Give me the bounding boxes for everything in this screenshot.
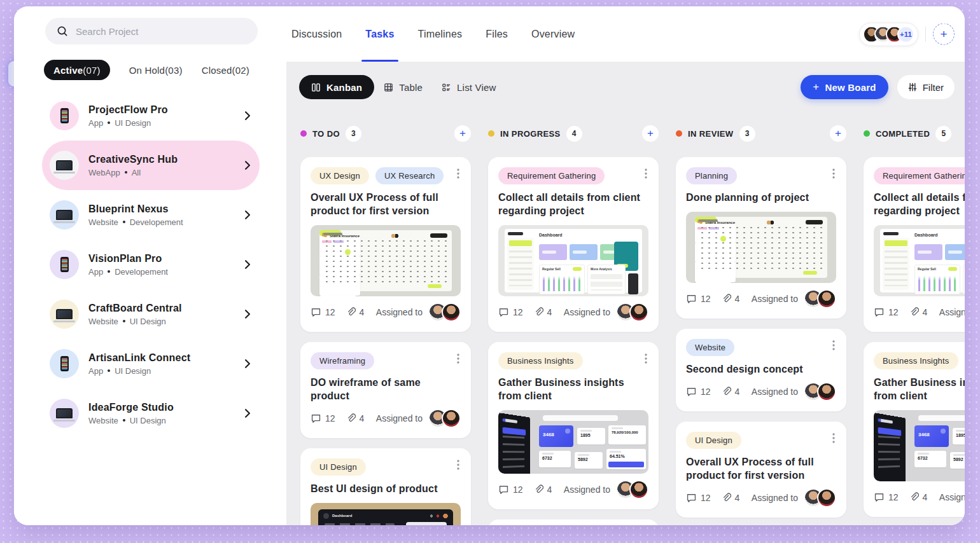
card-menu-button[interactable] [453, 167, 461, 179]
add-card-button[interactable]: + [830, 125, 846, 142]
comment-icon [874, 492, 885, 503]
card-attachment-image[interactable]: Dashboard Summary Top 5 products by spen… [311, 503, 461, 525]
new-board-button[interactable]: + New Board [801, 75, 888, 99]
comments-count[interactable]: 12 [498, 485, 523, 495]
card-attachment-image[interactable]: 3468 1895 78,920/100,000 6732 5892 64.51… [874, 410, 965, 481]
assignees[interactable]: Assigned to [752, 488, 836, 507]
view-kanban[interactable]: Kanban [299, 75, 374, 99]
assignees[interactable]: Assigned to [564, 480, 648, 499]
tab-closed-projects[interactable]: Closed(02) [202, 65, 249, 76]
card-menu-button[interactable] [829, 432, 836, 443]
phone-icon [50, 101, 79, 130]
column-todo: TO DO 3 + UX Design UX Research Overall … [300, 125, 471, 525]
task-card[interactable]: Requirement Gathering Collect all detail… [864, 157, 965, 332]
card-attachment-image[interactable]: 3468 1895 78,920/100,000 6732 5892 64.51… [498, 410, 648, 474]
attachments-count[interactable]: 4 [721, 294, 740, 304]
card-menu-button[interactable] [829, 339, 836, 350]
tab-tasks[interactable]: Tasks [365, 6, 394, 62]
avatar [442, 409, 461, 428]
project-status-tabs: Active(07) On Hold(03) Closed(02) [44, 60, 249, 80]
card-menu-button[interactable] [641, 167, 648, 179]
card-attachment-image[interactable]: Statra Insurance [686, 212, 836, 283]
attachments-count[interactable]: 4 [533, 485, 552, 495]
comments-count[interactable]: 12 [686, 294, 711, 305]
assignees[interactable]: Assigned to [376, 303, 461, 322]
filter-button[interactable]: Filter [897, 75, 955, 99]
card-menu-button[interactable] [829, 167, 836, 179]
tab-discussion[interactable]: Discussion [291, 6, 342, 62]
comments-count[interactable]: 12 [874, 492, 899, 503]
attachments-count[interactable]: 4 [721, 493, 740, 503]
task-card[interactable]: Business Insights Gather Business insigh… [488, 342, 659, 509]
view-list[interactable]: List View [432, 75, 506, 99]
attachments-count[interactable]: 4 [721, 387, 740, 397]
card-attachment-image[interactable]: Dashboard Regular Sell More Analysis [874, 225, 965, 296]
paperclip-icon [346, 307, 356, 317]
chevron-right-icon [244, 359, 251, 368]
search-input[interactable] [76, 26, 246, 37]
assignees[interactable]: Assigned to [564, 303, 648, 322]
tab-active-projects[interactable]: Active(07) [44, 60, 110, 80]
attachments-count[interactable]: 4 [533, 307, 552, 317]
project-item-craftboard-central[interactable]: CraftBoard Central WebsiteUI Design [42, 289, 260, 339]
card-menu-button[interactable] [453, 458, 461, 470]
members-overflow-badge[interactable]: +11 [897, 25, 914, 43]
assignees[interactable]: Assigned to [752, 382, 836, 401]
project-item-artisanlink-connect[interactable]: ArtisanLink Connect AppUI Design [42, 339, 260, 388]
assignees[interactable]: Assigned to [939, 488, 965, 507]
task-card[interactable]: Requirement Gathering Collect all detail… [488, 157, 659, 332]
column-cards: UX Design UX Research Overall UX Process… [300, 157, 471, 525]
column-header: IN REVIEW 3 + [676, 125, 846, 142]
tag-badge: Planning [686, 167, 737, 184]
laptop-icon [50, 399, 79, 428]
card-attachment-image[interactable]: Statra Insurance [311, 225, 461, 296]
tag-badge: Website [686, 339, 734, 356]
attachments-count[interactable]: 4 [909, 307, 928, 317]
plus-icon: + [459, 127, 466, 140]
comments-count[interactable]: 12 [498, 307, 523, 318]
project-item-projectflow-pro[interactable]: ProjectFlow Pro AppUI Design [42, 91, 260, 141]
add-member-button[interactable]: + [933, 24, 955, 45]
add-card-button[interactable]: + [642, 125, 659, 142]
project-item-blueprint-nexus[interactable]: Blueprint Nexus WebsiteDevelopement [42, 190, 260, 240]
comments-count[interactable]: 12 [686, 493, 711, 504]
status-dot [676, 130, 682, 137]
comments-count[interactable]: 12 [874, 307, 899, 318]
topbar: Discussion Tasks Timelines Files Overvie… [286, 6, 965, 62]
task-card[interactable]: UI Design Best UI design of product Dash… [300, 448, 471, 525]
task-card[interactable]: UI Design Overall UX Process of full pro… [676, 422, 846, 518]
card-title: Overall UX Process of full product for f… [311, 191, 461, 217]
task-card[interactable]: Planning Done planning of project Statra… [676, 157, 846, 319]
attachments-count[interactable]: 4 [909, 492, 928, 502]
project-item-ideaforge-studio[interactable]: IdeaForge Studio WebsiteUI Design [42, 388, 260, 438]
column-header: TO DO 3 + [300, 125, 471, 142]
task-card[interactable]: Business Insights Gather Business insigh… [864, 342, 965, 517]
task-card[interactable]: UX Design UX Research Overall UX Process… [300, 157, 471, 332]
tab-files[interactable]: Files [486, 6, 508, 62]
assignees[interactable]: Assigned to [939, 303, 965, 322]
tab-onhold-projects[interactable]: On Hold(03) [129, 65, 183, 76]
task-card[interactable]: Website Second design concept 12 [676, 329, 846, 411]
attachments-count[interactable]: 4 [346, 307, 365, 317]
comments-count[interactable]: 12 [686, 387, 711, 397]
comments-count[interactable]: 12 [311, 413, 335, 424]
assignees[interactable]: Assigned to [752, 289, 836, 308]
tab-timelines[interactable]: Timelines [418, 6, 463, 62]
tag-badge: Requirement Gathering [874, 167, 965, 184]
tab-overview[interactable]: Overview [531, 6, 575, 62]
card-menu-button[interactable] [641, 352, 648, 364]
project-item-creativesync-hub[interactable]: CreativeSync Hub WebAppAll [42, 141, 260, 190]
project-search[interactable] [45, 18, 258, 45]
view-table[interactable]: Table [374, 75, 432, 99]
card-partial[interactable] [488, 519, 659, 525]
card-menu-button[interactable] [453, 352, 461, 364]
status-dot [300, 130, 307, 137]
add-card-button[interactable]: + [454, 125, 471, 142]
task-card[interactable]: Wireframing DO wireframe of same product… [300, 342, 471, 438]
assignees[interactable]: Assigned to [376, 409, 461, 428]
attachments-count[interactable]: 4 [346, 413, 365, 423]
project-item-visionplan-pro[interactable]: VisionPlan Pro AppDevelopement [42, 240, 260, 289]
member-avatars[interactable]: +11 [859, 22, 918, 46]
comments-count[interactable]: 12 [311, 307, 335, 318]
card-attachment-image[interactable]: Dashboard Regular Sell More Analysis [498, 225, 648, 296]
